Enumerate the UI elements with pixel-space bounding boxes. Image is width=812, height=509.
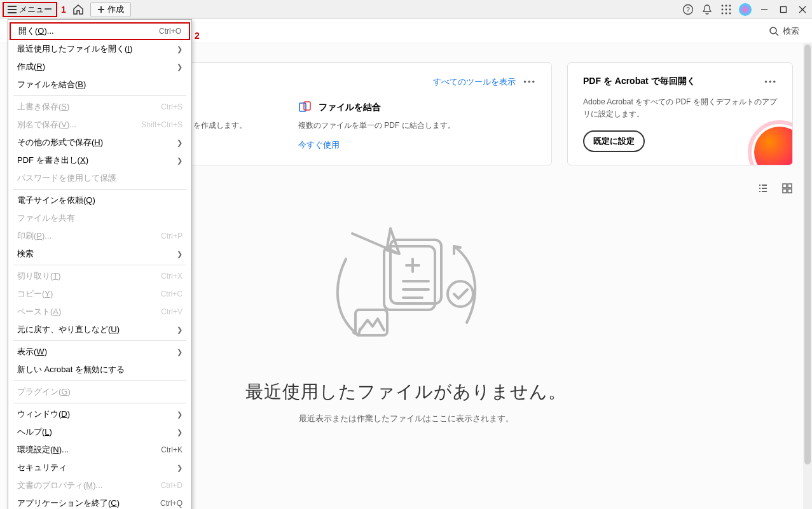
chevron-right-icon: ❯ (177, 428, 182, 436)
menu-item-label: ウィンドウ(D) (17, 408, 70, 420)
help-icon: ? (682, 4, 694, 15)
menu-item-label: アプリケーションを終了(C) (17, 498, 120, 509)
menu-item-label: ファイルを共有 (17, 213, 75, 224)
menu-item[interactable]: 検索❯ (8, 245, 191, 263)
chevron-right-icon: ❯ (177, 139, 182, 147)
menu-item[interactable]: ファイルを結合(B) (8, 76, 191, 94)
home-icon (72, 4, 84, 15)
menu-item-label: 切り取り(T) (17, 270, 61, 282)
menu-item-shortcut: Ctrl+X (161, 272, 182, 281)
account-button[interactable] (736, 0, 755, 19)
menu-item-label: 電子サインを依頼(Q) (17, 195, 95, 206)
svg-point-5 (722, 8, 724, 10)
tool-desc: 複数のファイルを単一の PDF に結合します。 (298, 120, 536, 132)
notifications-button[interactable] (698, 0, 717, 19)
svg-point-23 (448, 281, 473, 307)
promo-art-icon (754, 127, 793, 165)
menu-item: 上書き保存(S)Ctrl+S (8, 98, 191, 116)
menu-item[interactable]: 元に戻す、やり直しなど(U)❯ (8, 321, 191, 338)
scrollbar-thumb[interactable] (804, 45, 811, 464)
chevron-right-icon: ❯ (177, 464, 182, 472)
home-button[interactable] (70, 3, 86, 17)
menu-item-label: 別名で保存(V)... (17, 119, 76, 130)
search-icon (769, 26, 779, 36)
svg-point-2 (722, 4, 724, 6)
menu-item[interactable]: セキュリティ❯ (8, 459, 191, 477)
menu-item-label: パスワードを使用して保護 (17, 172, 116, 184)
menu-item[interactable]: ウィンドウ(D)❯ (8, 405, 191, 423)
default-app-promo-card: PDF を Acrobat で毎回開く ••• Adobe Acrobat をす… (567, 62, 793, 165)
chevron-right-icon: ❯ (177, 348, 182, 356)
menu-button[interactable]: メニュー (3, 2, 57, 17)
show-all-tools-link[interactable]: すべてのツールを表示 (433, 76, 516, 88)
menu-item[interactable]: その他の形式で保存(H)❯ (8, 134, 191, 151)
set-default-button[interactable]: 既定に設定 (583, 130, 645, 152)
tool-combine-files: ファイルを結合 複数のファイルを単一の PDF に結合します。 今すぐ使用 (298, 101, 536, 151)
chevron-right-icon: ❯ (177, 45, 182, 53)
menu-item[interactable]: アプリケーションを終了(C)Ctrl+Q (8, 494, 191, 509)
tools-more-button[interactable]: ••• (523, 77, 536, 87)
chevron-right-icon: ❯ (177, 250, 182, 258)
tool-name: ファイルを結合 (319, 102, 381, 113)
scrollbar[interactable] (803, 43, 812, 509)
menu-item: 別名で保存(V)...Shift+Ctrl+S (8, 116, 191, 134)
menu-item-shortcut: Ctrl+V (161, 307, 182, 316)
svg-point-3 (726, 4, 727, 6)
menu-item: 切り取り(T)Ctrl+X (8, 267, 191, 285)
svg-point-8 (722, 12, 724, 14)
grid-view-button[interactable] (781, 183, 793, 194)
hamburger-icon (8, 6, 17, 13)
svg-text:?: ? (686, 6, 690, 13)
svg-rect-20 (788, 189, 792, 193)
plus-icon (97, 6, 105, 13)
menu-item[interactable]: 最近使用したファイルを開く(I)❯ (8, 40, 191, 58)
svg-rect-18 (788, 184, 792, 188)
menu-item-label: その他の形式で保存(H) (17, 137, 103, 148)
window-close[interactable] (793, 0, 812, 19)
promo-desc: Adobe Acrobat をすべての PDF を開くデフォルトのアプリに設定し… (583, 96, 777, 120)
window-maximize[interactable] (774, 0, 793, 19)
chevron-right-icon: ❯ (177, 157, 182, 165)
menu-item: コピー(Y)Ctrl+C (8, 285, 191, 303)
menu-item-label: 開く(O)... (18, 25, 54, 37)
menu-item-label: 元に戻す、やり直しなど(U) (17, 324, 120, 335)
list-view-button[interactable] (757, 183, 769, 194)
close-icon (799, 6, 806, 13)
menu-item[interactable]: PDF を書き出し(X)❯ (8, 151, 191, 169)
menu-item[interactable]: 新しい Acrobat を無効にする (8, 361, 191, 379)
menu-item-shortcut: Ctrl+C (161, 289, 182, 298)
menu-item[interactable]: ヘルプ(L)❯ (8, 423, 191, 441)
search-label: 検索 (783, 25, 799, 37)
minimize-icon (760, 6, 768, 13)
menu-item-label: セキュリティ (17, 462, 67, 473)
menu-item-shortcut: Ctrl+O (159, 27, 181, 36)
menu-item-label: ファイルを結合(B) (17, 79, 86, 90)
apps-button[interactable] (717, 0, 736, 19)
svg-point-6 (726, 8, 727, 10)
tool-use-now-link[interactable]: 今すぐ使用 (298, 140, 340, 150)
maximize-icon (780, 6, 787, 13)
menu-item-label: 印刷(P)... (17, 230, 52, 242)
menu-item[interactable]: 表示(W)❯ (8, 343, 191, 361)
menu-item[interactable]: 開く(O)...Ctrl+O (10, 22, 190, 40)
window-minimize[interactable] (755, 0, 774, 19)
menu-item: ペースト(A)Ctrl+V (8, 303, 191, 321)
menu-item[interactable]: 環境設定(N)...Ctrl+K (8, 441, 191, 459)
chevron-right-icon: ❯ (177, 63, 182, 71)
empty-state-illustration (314, 221, 499, 361)
menu-item-label: 上書き保存(S) (17, 101, 69, 113)
menu-separator (13, 380, 186, 381)
svg-rect-17 (783, 184, 787, 188)
menu-item-shortcut: Ctrl+S (161, 102, 182, 111)
promo-more-button[interactable]: ••• (764, 77, 777, 87)
callout-1: 1 (61, 4, 66, 15)
chevron-right-icon: ❯ (177, 410, 182, 419)
menu-item[interactable]: 電子サインを依頼(Q) (8, 192, 191, 209)
menu-item[interactable]: 作成(R)❯ (8, 58, 191, 76)
search-button[interactable]: 検索 (769, 25, 799, 37)
grid-view-icon (781, 183, 793, 194)
help-button[interactable]: ? (678, 0, 698, 19)
apps-grid-icon (721, 4, 731, 15)
menu-separator (13, 95, 186, 96)
create-button[interactable]: 作成 (90, 2, 131, 17)
